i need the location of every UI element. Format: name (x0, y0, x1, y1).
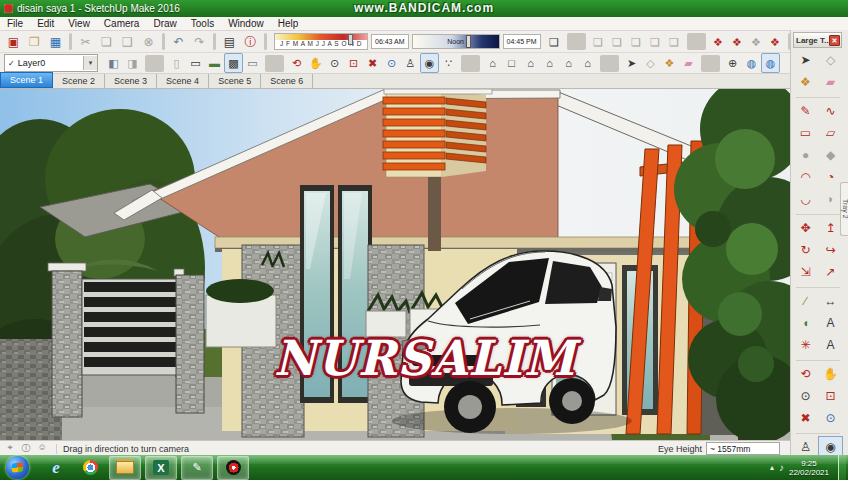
separator[interactable] (145, 55, 164, 72)
model-canvas[interactable] (0, 89, 790, 440)
cut-icon[interactable]: ✂ (75, 32, 96, 52)
scene-tab[interactable]: Scene 3 (105, 74, 157, 88)
menu-item[interactable]: Edit (30, 18, 61, 29)
back-view-icon[interactable]: ⌂ (559, 53, 578, 73)
separator[interactable] (265, 55, 284, 72)
eraser-icon[interactable]: ▰ (679, 53, 698, 73)
separator[interactable] (69, 33, 72, 50)
front-view-icon[interactable]: ⌂ (521, 53, 540, 73)
zoom-extents-icon[interactable]: ✖ (363, 53, 382, 73)
shaded-icon[interactable]: ▬ (205, 53, 224, 73)
component-edit-icon[interactable]: ❖ (766, 32, 785, 52)
separator[interactable] (687, 33, 706, 50)
menu-item[interactable]: Draw (146, 18, 183, 29)
shadow-time-handle[interactable] (466, 35, 471, 48)
separator[interactable] (600, 55, 619, 72)
look-around-icon[interactable]: ◉ (420, 53, 439, 73)
freehand-icon[interactable]: ∿ (818, 100, 843, 122)
scene-tab[interactable]: Scene 5 (209, 74, 261, 88)
tray-expand-icon[interactable]: ▴ (770, 463, 774, 472)
scene-tab[interactable]: Scene 6 (261, 74, 313, 88)
zoom-icon[interactable]: ⊙ (325, 53, 344, 73)
chevron-down-icon[interactable]: ▾ (83, 56, 97, 70)
paint-bucket-icon[interactable]: ❖ (793, 71, 818, 93)
select-icon[interactable]: ➤ (622, 53, 641, 73)
title-bar[interactable]: disain saya 1 - SketchUp Make 2016 www.B… (0, 0, 848, 17)
erase-icon[interactable]: ⊗ (138, 32, 159, 52)
make-component-icon[interactable]: ◇ (641, 53, 660, 73)
orbit-icon[interactable]: ⟲ (287, 53, 306, 73)
left-view-icon[interactable]: ⌂ (578, 53, 597, 73)
dimension-icon[interactable]: ↔ (818, 290, 843, 312)
top-view-icon[interactable]: □ (502, 53, 521, 73)
speaker-icon[interactable]: ♪ (779, 462, 784, 473)
pan-icon[interactable]: ✋ (818, 363, 843, 385)
separator[interactable] (701, 55, 720, 72)
new-icon[interactable]: ▣ (3, 32, 24, 52)
bandicam-icon[interactable] (217, 456, 249, 480)
scene-tab[interactable]: Scene 2 (53, 74, 105, 88)
separator[interactable] (796, 429, 840, 434)
shadow-time-start[interactable]: 06:43 AM (371, 34, 409, 49)
file-explorer-icon[interactable] (109, 456, 141, 480)
polygon-icon[interactable]: ◆ (818, 144, 843, 166)
geolocation-status-icon[interactable]: ⌖ (4, 442, 16, 455)
print-icon[interactable]: ▤ (219, 32, 240, 52)
rectangle-icon[interactable]: ▭ (793, 122, 818, 144)
shadows-toggle-icon[interactable]: ❏ (545, 32, 564, 52)
shadow-time-slider[interactable]: Noon (412, 34, 500, 49)
menu-item[interactable]: View (61, 18, 97, 29)
show-desktop-button[interactable] (838, 455, 846, 480)
shadow-time-end[interactable]: 04:45 PM (503, 34, 541, 49)
viewport-3d[interactable]: NURSALIM (0, 89, 790, 440)
redo-icon[interactable]: ↷ (189, 32, 210, 52)
text-icon[interactable]: A (818, 312, 843, 334)
separator[interactable] (213, 33, 216, 50)
excel-icon[interactable]: X (145, 456, 177, 480)
separator[interactable] (796, 93, 840, 98)
separator[interactable] (796, 283, 840, 288)
scene-tab[interactable]: Scene 1 (0, 72, 53, 88)
model-info-icon[interactable]: ⓘ (240, 32, 261, 52)
separator[interactable] (796, 210, 840, 215)
position-texture-icon[interactable]: ⊕ (723, 53, 742, 73)
walk-icon[interactable]: ∵ (439, 53, 458, 73)
tape-measure-icon[interactable]: ∕ (793, 290, 818, 312)
section-fill-icon[interactable]: ❏ (646, 32, 665, 52)
geo-location-active-icon[interactable]: ◍ (761, 53, 780, 73)
circle-icon[interactable]: ● (793, 144, 818, 166)
make-component-icon[interactable]: ◇ (818, 49, 843, 71)
component-add-icon[interactable]: ❖ (728, 32, 747, 52)
zoom-previous-icon[interactable]: ⊙ (382, 53, 401, 73)
claim-credit-status-icon[interactable]: ☺ (36, 442, 48, 455)
zoom-icon[interactable]: ⊙ (793, 385, 818, 407)
follow-me-icon[interactable]: ↪ (818, 239, 843, 261)
component-gray-icon[interactable]: ❖ (747, 32, 766, 52)
shaded-textures-icon[interactable]: ▩ (224, 53, 243, 73)
shadow-date-handle[interactable] (348, 34, 353, 45)
menu-item[interactable]: Help (271, 18, 306, 29)
position-camera-icon[interactable]: ♙ (401, 53, 420, 73)
menu-item[interactable]: Tools (184, 18, 221, 29)
open-icon[interactable]: ❐ (24, 32, 45, 52)
copy-icon[interactable]: ❏ (96, 32, 117, 52)
paste-icon[interactable]: ❑ (117, 32, 138, 52)
taskbar-clock[interactable]: 9:25 22/02/2021 (789, 459, 833, 477)
shadow-date-slider[interactable]: J F M A M J J A S O N D (274, 33, 368, 50)
orbit-icon[interactable]: ⟲ (793, 363, 818, 385)
rotate-icon[interactable]: ↻ (793, 239, 818, 261)
separator[interactable] (264, 33, 267, 50)
back-edges-icon[interactable]: ◨ (123, 53, 142, 73)
line-icon[interactable]: ✎ (793, 100, 818, 122)
move-icon[interactable]: ✥ (793, 217, 818, 239)
offset-icon[interactable]: ↗ (818, 261, 843, 283)
large-tool-set-titlebar[interactable]: Large T... ✕ (793, 32, 842, 48)
axes-icon[interactable]: ✳ (793, 334, 818, 356)
section-outline-icon[interactable]: ❏ (665, 32, 684, 52)
internet-explorer-icon[interactable]: e (41, 457, 71, 479)
display-section-planes-icon[interactable]: ❏ (608, 32, 627, 52)
separator[interactable] (162, 33, 165, 50)
iso-view-icon[interactable]: ⌂ (483, 53, 502, 73)
menu-item[interactable]: Camera (97, 18, 147, 29)
component-red-icon[interactable]: ❖ (709, 32, 728, 52)
